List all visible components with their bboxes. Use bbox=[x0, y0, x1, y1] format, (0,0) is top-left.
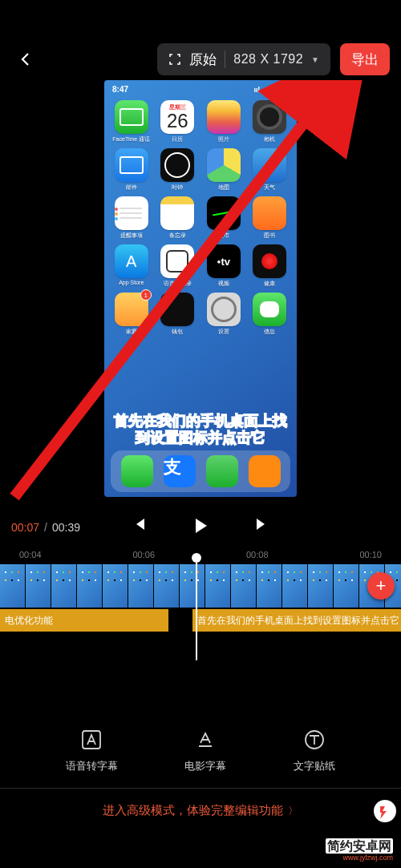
text-sticker-button[interactable]: 文字贴纸 bbox=[294, 727, 335, 773]
play-button[interactable] bbox=[191, 516, 210, 539]
clip-track[interactable]: + bbox=[0, 564, 401, 608]
subtitle-overlay: 首先在我们的手机桌面上找到设置图标并点击它 bbox=[104, 413, 297, 447]
chevron-right-icon: 〉 bbox=[288, 804, 298, 818]
prev-frame-button[interactable] bbox=[132, 516, 148, 539]
caption-clip[interactable]: 电优化功能 bbox=[0, 609, 168, 632]
caption-track[interactable]: 电优化功能 首先在我们的手机桌面上找到设置图标并点击它 bbox=[0, 609, 401, 632]
bottom-toolbar: 语音转字幕 电影字幕 文字贴纸 bbox=[0, 727, 401, 773]
aspect-icon bbox=[168, 53, 181, 66]
status-icons: ııl4G bbox=[253, 85, 289, 94]
svg-rect-2 bbox=[287, 88, 289, 91]
resolution-selector[interactable]: 原始 828 X 1792 ▼ bbox=[157, 43, 330, 75]
resolution-value: 828 X 1792 bbox=[233, 52, 303, 67]
caption-clip[interactable]: 首先在我们的手机桌面上找到设置图标并点击它 bbox=[192, 609, 401, 632]
sticker-icon bbox=[302, 727, 327, 753]
voice-to-subtitle-button[interactable]: 语音转字幕 bbox=[66, 727, 118, 773]
status-time: 8:47 bbox=[112, 85, 128, 94]
back-button[interactable] bbox=[11, 45, 40, 74]
resolution-label: 原始 bbox=[189, 50, 217, 69]
corner-badge-icon bbox=[374, 800, 396, 822]
home-screen-grid: FaceTime 通话 星期三26日历 照片 相机 邮件 时钟 地图 天气 提醒… bbox=[104, 97, 297, 336]
preview-content: 8:47 ııl4G FaceTime 通话 星期三26日历 照片 相机 邮件 … bbox=[104, 80, 297, 497]
dock: 支 bbox=[111, 450, 290, 492]
film-subtitle-button[interactable]: 电影字幕 bbox=[184, 727, 226, 773]
video-preview[interactable]: 8:47 ııl4G FaceTime 通话 星期三26日历 照片 相机 邮件 … bbox=[0, 80, 401, 505]
playhead[interactable] bbox=[196, 556, 197, 660]
top-bar: 原始 828 X 1792 ▼ 导出 bbox=[0, 0, 401, 80]
next-frame-button[interactable] bbox=[253, 516, 269, 539]
advanced-mode-button[interactable]: 进入高级模式，体验完整编辑功能 〉 bbox=[0, 788, 401, 833]
chevron-down-icon: ▼ bbox=[311, 55, 319, 64]
add-clip-button[interactable]: + bbox=[367, 572, 395, 600]
text-a-icon bbox=[79, 727, 104, 753]
svg-rect-1 bbox=[277, 87, 281, 92]
time-current: 00:07 bbox=[11, 521, 39, 534]
time-total: 00:39 bbox=[52, 521, 80, 534]
watermark: 简约安卓网 www.jylzwj.com bbox=[326, 840, 393, 862]
playback-bar: 00:07 / 00:39 bbox=[0, 505, 401, 547]
subtitle-icon bbox=[192, 727, 218, 753]
export-button[interactable]: 导出 bbox=[340, 43, 390, 75]
